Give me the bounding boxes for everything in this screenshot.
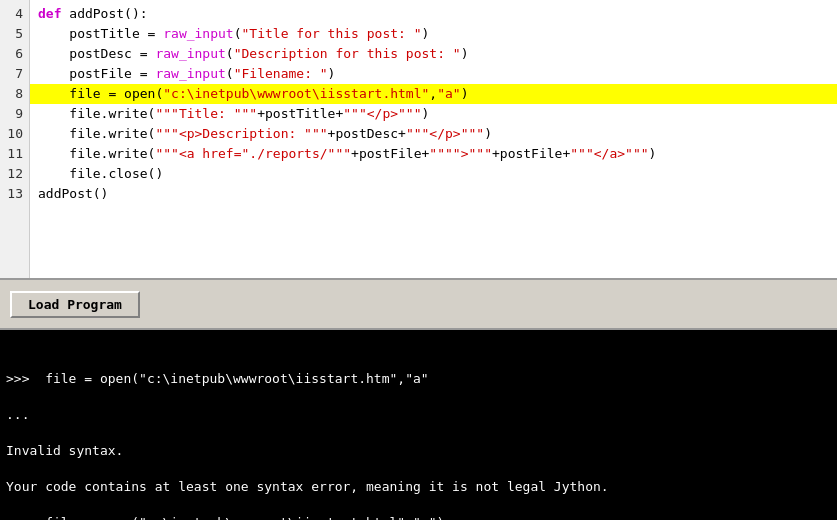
line-num-9: 9 xyxy=(6,104,23,124)
line-num-10: 10 xyxy=(6,124,23,144)
code-line-5: postTitle = raw_input("Title for this po… xyxy=(38,24,829,44)
load-program-button[interactable]: Load Program xyxy=(10,291,140,318)
console-line-4: Your code contains at least one syntax e… xyxy=(6,478,831,496)
code-line-10: file.write("""<p>Description: """+postDe… xyxy=(38,124,829,144)
code-content: def addPost(): postTitle = raw_input("Ti… xyxy=(30,0,837,278)
code-line-9: file.write("""Title: """+postTitle+"""</… xyxy=(38,104,829,124)
console-line-5: >>> file = open("c:\inetpub\wwwroot\iiss… xyxy=(6,514,831,520)
code-line-8: file = open("c:\inetpub\wwwroot\iisstart… xyxy=(30,84,837,104)
line-num-12: 12 xyxy=(6,164,23,184)
line-num-13: 13 xyxy=(6,184,23,204)
line-num-7: 7 xyxy=(6,64,23,84)
code-line-6: postDesc = raw_input("Description for th… xyxy=(38,44,829,64)
console-line-2: ... xyxy=(6,406,831,424)
line-num-6: 6 xyxy=(6,44,23,64)
code-editor: 4 5 6 7 8 9 10 11 12 13 def addPost(): p… xyxy=(0,0,837,280)
code-line-13: addPost() xyxy=(38,184,829,204)
console-line-1: >>> file = open("c:\inetpub\wwwroot\iiss… xyxy=(6,370,831,388)
console-output: >>> file = open("c:\inetpub\wwwroot\iiss… xyxy=(0,330,837,520)
line-numbers: 4 5 6 7 8 9 10 11 12 13 xyxy=(0,0,30,278)
console-line-3: Invalid syntax. xyxy=(6,442,831,460)
code-line-11: file.write("""<a href="./reports/"""+pos… xyxy=(38,144,829,164)
line-num-11: 11 xyxy=(6,144,23,164)
code-line-4: def addPost(): xyxy=(38,4,829,24)
code-line-12: file.close() xyxy=(38,164,829,184)
code-line-7: postFile = raw_input("Filename: ") xyxy=(38,64,829,84)
line-num-8: 8 xyxy=(6,84,23,104)
line-num-5: 5 xyxy=(6,24,23,44)
line-num-4: 4 xyxy=(6,4,23,24)
toolbar: Load Program xyxy=(0,280,837,330)
